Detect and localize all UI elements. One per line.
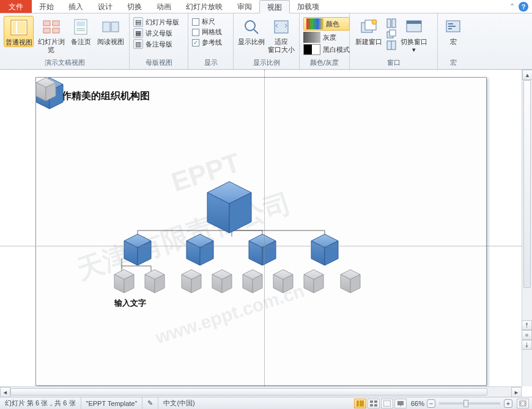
tab-slideshow[interactable]: 幻灯片放映 bbox=[179, 0, 230, 13]
status-language[interactable]: 中文(中国) bbox=[158, 397, 199, 409]
svg-rect-44 bbox=[370, 404, 373, 407]
notes-page-label: 备注页 bbox=[71, 38, 91, 46]
svg-point-18 bbox=[372, 20, 377, 24]
slideshow-status-button[interactable] bbox=[394, 399, 407, 408]
scroll-thumb[interactable] bbox=[10, 388, 487, 396]
arrange-all-button[interactable] bbox=[386, 18, 396, 28]
scroll-thumb[interactable] bbox=[523, 80, 531, 288]
notes-page-button[interactable]: 备注页 bbox=[68, 16, 93, 46]
nav-menu-button[interactable]: ≡ bbox=[522, 330, 532, 340]
bw-mode-button[interactable]: 黑白模式 bbox=[303, 44, 350, 55]
notes-master-button[interactable]: ▥备注母版 bbox=[133, 39, 179, 49]
minimize-ribbon-icon[interactable]: ⌃ bbox=[509, 2, 515, 10]
svg-rect-6 bbox=[53, 28, 59, 33]
normal-view-icon bbox=[9, 18, 29, 37]
color-mode-button[interactable]: 颜色 bbox=[303, 17, 350, 31]
grayscale-mode-button[interactable]: 灰度 bbox=[303, 32, 350, 43]
scroll-right-button[interactable]: ► bbox=[511, 387, 522, 397]
status-template: "EPPT Template" bbox=[81, 397, 143, 409]
sorter-view-status-button[interactable] bbox=[368, 399, 380, 408]
svg-rect-43 bbox=[374, 400, 377, 403]
fit-to-window-status-button[interactable] bbox=[517, 399, 529, 408]
tab-home[interactable]: 开始 bbox=[32, 0, 61, 13]
slide-canvas[interactable]: 制作精美的组织机构图 EPPT 天津 有限责任公司 www.eppt.com.c… bbox=[0, 70, 522, 386]
handout-master-button[interactable]: ▦讲义母版 bbox=[133, 28, 179, 38]
svg-rect-28 bbox=[448, 23, 453, 24]
fit-window-button[interactable]: 适应窗口大小 bbox=[268, 16, 296, 54]
guide-horizontal[interactable] bbox=[0, 246, 522, 246]
group-window-label: 窗口 bbox=[350, 57, 437, 69]
zoom-icon bbox=[242, 17, 261, 37]
cascade-button[interactable] bbox=[386, 29, 396, 39]
ruler-checkbox[interactable]: 标尺 bbox=[192, 17, 222, 26]
checkbox-checked-icon: ✓ bbox=[192, 39, 199, 46]
slide-sorter-label: 幻灯片浏览 bbox=[36, 38, 66, 54]
svg-rect-19 bbox=[387, 19, 391, 28]
svg-rect-8 bbox=[76, 21, 85, 26]
slide-master-icon: ▤ bbox=[133, 17, 143, 27]
scroll-up-button[interactable]: ▲ bbox=[522, 70, 532, 80]
reading-view-button[interactable]: 阅读视图 bbox=[95, 16, 125, 46]
tab-transitions[interactable]: 切换 bbox=[120, 0, 149, 13]
tab-file[interactable]: 文件 bbox=[0, 0, 32, 13]
zoom-in-button[interactable]: + bbox=[504, 399, 512, 408]
status-slide-position: 幻灯片 第 6 张，共 6 张 bbox=[0, 397, 81, 409]
svg-rect-20 bbox=[392, 19, 396, 28]
svg-rect-3 bbox=[43, 21, 50, 26]
svg-rect-26 bbox=[407, 21, 421, 24]
fit-window-label: 适应窗口大小 bbox=[268, 38, 295, 54]
help-icon[interactable]: ? bbox=[519, 2, 528, 12]
tab-view[interactable]: 视图 bbox=[259, 0, 290, 13]
zoom-button[interactable]: 显示比例 bbox=[237, 16, 265, 46]
ribbon: 普通视图 幻灯片浏览 备注页 阅读视图 演示文稿视图 ▤幻灯片母版 ▦讲义母版 … bbox=[0, 13, 532, 70]
slide[interactable]: 制作精美的组织机构图 EPPT 天津 有限责任公司 www.eppt.com.c… bbox=[35, 77, 487, 386]
group-color-label: 颜色/灰度 bbox=[300, 57, 349, 69]
group-macros-label: 宏 bbox=[438, 57, 468, 69]
switch-window-label: 切换窗口▾ bbox=[401, 38, 427, 54]
tab-review[interactable]: 审阅 bbox=[230, 0, 259, 13]
new-window-button[interactable]: 新建窗口 bbox=[353, 16, 384, 46]
slide-sorter-button[interactable]: 幻灯片浏览 bbox=[36, 16, 66, 54]
guides-checkbox[interactable]: ✓参考线 bbox=[192, 38, 222, 47]
guide-vertical[interactable] bbox=[264, 70, 265, 386]
switch-window-icon bbox=[404, 17, 424, 37]
tab-design[interactable]: 设计 bbox=[91, 0, 120, 13]
slide-text-placeholder[interactable]: 输入文字 bbox=[114, 298, 146, 309]
slide-nav-buttons: ⭱ ≡ ⭳ bbox=[522, 320, 532, 350]
svg-rect-42 bbox=[370, 400, 373, 403]
scroll-left-button[interactable]: ◄ bbox=[0, 387, 10, 397]
svg-line-14 bbox=[254, 29, 258, 34]
svg-rect-11 bbox=[103, 22, 110, 32]
svg-rect-2 bbox=[17, 21, 26, 34]
notes-master-icon: ▥ bbox=[133, 39, 143, 49]
svg-rect-5 bbox=[43, 28, 50, 33]
svg-rect-29 bbox=[448, 26, 456, 27]
zoom-percent[interactable]: 66% bbox=[411, 400, 424, 407]
normal-view-status-button[interactable] bbox=[354, 399, 366, 408]
notes-page-icon bbox=[71, 17, 91, 37]
macros-label: 宏 bbox=[450, 38, 457, 46]
menu-tabs: 文件 开始 插入 设计 切换 动画 幻灯片放映 审阅 视图 加载项 ⌃ ? bbox=[0, 0, 532, 13]
zoom-slider-thumb[interactable] bbox=[464, 400, 468, 407]
tab-animations[interactable]: 动画 bbox=[149, 0, 179, 13]
horizontal-scrollbar[interactable]: ◄ ► bbox=[0, 386, 522, 397]
group-master-views-label: 母版视图 bbox=[130, 57, 188, 69]
new-window-label: 新建窗口 bbox=[355, 38, 382, 46]
tab-addins[interactable]: 加载项 bbox=[290, 0, 327, 13]
zoom-out-button[interactable]: − bbox=[427, 399, 435, 408]
bw-swatch-icon bbox=[303, 44, 320, 55]
zoom-slider[interactable] bbox=[439, 402, 500, 405]
svg-rect-12 bbox=[111, 22, 119, 32]
next-slide-button[interactable]: ⭳ bbox=[522, 340, 532, 350]
vertical-scrollbar[interactable]: ▲ ▼ ⭱ ≡ ⭳ bbox=[522, 70, 532, 386]
switch-window-button[interactable]: 切换窗口▾ bbox=[399, 16, 429, 54]
move-split-button[interactable] bbox=[386, 40, 396, 50]
reading-view-status-button[interactable] bbox=[381, 399, 393, 408]
prev-slide-button[interactable]: ⭱ bbox=[522, 320, 532, 330]
macros-button[interactable]: 宏 bbox=[441, 16, 465, 46]
slide-master-button[interactable]: ▤幻灯片母版 bbox=[133, 17, 179, 27]
normal-view-button[interactable]: 普通视图 bbox=[4, 16, 34, 47]
gridlines-checkbox[interactable]: 网格线 bbox=[192, 28, 222, 37]
tab-insert[interactable]: 插入 bbox=[61, 0, 91, 13]
status-spellcheck[interactable]: ✎ bbox=[142, 397, 158, 409]
